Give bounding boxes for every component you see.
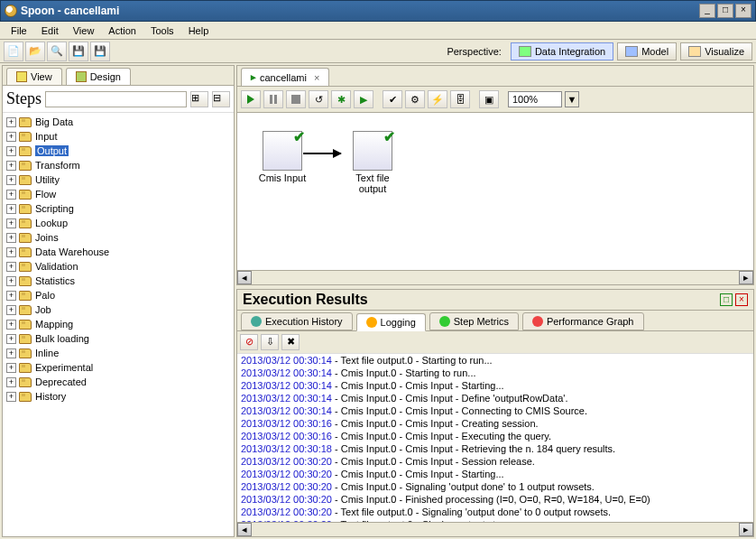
node-cmis[interactable]: ✔Cmis Input xyxy=(255,131,309,183)
tree-label: Data Warehouse xyxy=(35,246,109,257)
tree-item-big-data[interactable]: +Big Data xyxy=(5,115,232,129)
tree-item-flow[interactable]: +Flow xyxy=(5,187,232,201)
tab-close-icon[interactable]: × xyxy=(314,72,319,83)
results-min-button[interactable]: □ xyxy=(720,293,733,306)
tab-design[interactable]: Design xyxy=(66,68,131,85)
results-close-button[interactable]: × xyxy=(735,293,748,306)
debug-button[interactable]: ✱ xyxy=(331,90,351,108)
menu-file[interactable]: File xyxy=(4,23,34,38)
menu-view[interactable]: View xyxy=(66,23,102,38)
menu-help[interactable]: Help xyxy=(181,23,217,38)
log-output[interactable]: 2013/03/12 00:30:14 - Text file output.0… xyxy=(237,354,753,522)
scroll-right-icon[interactable]: ▸ xyxy=(739,271,753,284)
app-icon xyxy=(5,5,17,17)
tree-item-deprecated[interactable]: +Deprecated xyxy=(5,375,232,389)
maximize-button[interactable]: □ xyxy=(717,4,733,18)
results-tab-execution-history[interactable]: Execution History xyxy=(241,312,353,330)
expand-icon[interactable]: + xyxy=(6,218,16,228)
tree-item-statistics[interactable]: +Statistics xyxy=(5,274,232,288)
zoom-select[interactable]: 100% xyxy=(508,91,562,107)
tree-item-experimental[interactable]: +Experimental xyxy=(5,360,232,375)
log-settings-button[interactable]: ⇩ xyxy=(261,334,279,350)
canvas-hscroll[interactable]: ◂ ▸ xyxy=(237,270,753,284)
results-tab-step-metrics[interactable]: Step Metrics xyxy=(429,312,519,330)
menu-edit[interactable]: Edit xyxy=(34,23,66,38)
menu-action[interactable]: Action xyxy=(101,23,143,38)
canvas-tab[interactable]: ▸ cancellami × xyxy=(241,68,329,86)
tree-item-lookup[interactable]: +Lookup xyxy=(5,216,232,230)
expand-icon[interactable]: + xyxy=(6,377,16,387)
save-as-button[interactable]: 💾 xyxy=(90,42,110,61)
sql-button[interactable]: ⚡ xyxy=(428,90,447,108)
results-tab-performance-graph[interactable]: Performance Graph xyxy=(522,312,644,330)
tree-item-input[interactable]: +Input xyxy=(5,129,232,144)
steps-expand-button[interactable]: ⊞ xyxy=(190,91,208,107)
scroll-left-icon[interactable]: ◂ xyxy=(237,523,252,536)
impact-button[interactable]: ⚙ xyxy=(405,90,425,108)
expand-icon[interactable]: + xyxy=(6,305,16,315)
log-tools-button[interactable]: ✖ xyxy=(281,334,300,350)
minimize-button[interactable]: _ xyxy=(699,4,715,18)
tab-view[interactable]: View xyxy=(6,68,62,85)
preview-button[interactable]: ↺ xyxy=(309,90,328,108)
tree-item-output[interactable]: +Output xyxy=(5,144,232,158)
expand-icon[interactable]: + xyxy=(6,161,16,171)
tree-item-mapping[interactable]: +Mapping xyxy=(5,317,232,331)
expand-icon[interactable]: + xyxy=(6,204,16,214)
expand-icon[interactable]: + xyxy=(6,276,16,286)
expand-icon[interactable]: + xyxy=(6,262,16,272)
tree-item-joins[interactable]: +Joins xyxy=(5,230,232,245)
tree-item-inline[interactable]: +Inline xyxy=(5,346,232,360)
tree-item-validation[interactable]: +Validation xyxy=(5,259,232,274)
scroll-right-icon[interactable]: ▸ xyxy=(739,523,753,536)
pause-button[interactable] xyxy=(263,90,283,108)
steps-collapse-button[interactable]: ⊟ xyxy=(212,91,230,107)
execution-results: Execution Results □ × Execution HistoryL… xyxy=(236,289,754,537)
expand-icon[interactable]: + xyxy=(6,190,16,200)
expand-icon[interactable]: + xyxy=(6,392,16,402)
steps-filter-input[interactable] xyxy=(45,91,187,107)
save-button[interactable]: 💾 xyxy=(69,42,88,61)
show-results-button[interactable]: ▣ xyxy=(479,90,499,108)
tree-item-data-warehouse[interactable]: +Data Warehouse xyxy=(5,245,232,259)
tree-item-job[interactable]: +Job xyxy=(5,302,232,317)
open-button[interactable]: 📂 xyxy=(25,42,45,61)
replay-button[interactable]: ▶ xyxy=(354,90,373,108)
tree-item-scripting[interactable]: +Scripting xyxy=(5,201,232,216)
expand-icon[interactable]: + xyxy=(6,233,16,243)
scroll-left-icon[interactable]: ◂ xyxy=(237,271,252,284)
design-canvas[interactable]: ✔Cmis Input✔Text file output xyxy=(237,113,753,270)
perspective-data-integration[interactable]: Data Integration xyxy=(511,42,613,60)
expand-icon[interactable]: + xyxy=(6,320,16,330)
expand-icon[interactable]: + xyxy=(6,348,16,358)
node-txt[interactable]: ✔Text file output xyxy=(346,131,400,194)
menu-tools[interactable]: Tools xyxy=(143,23,181,38)
tree-item-palo[interactable]: +Palo xyxy=(5,288,232,302)
perspective-model[interactable]: Model xyxy=(617,42,677,60)
zoom-dropdown-icon[interactable]: ▼ xyxy=(565,91,579,107)
tree-item-bulk-loading[interactable]: +Bulk loading xyxy=(5,331,232,346)
expand-icon[interactable]: + xyxy=(6,146,16,156)
results-tab-logging[interactable]: Logging xyxy=(356,313,426,331)
log-clear-button[interactable]: ⊘ xyxy=(240,334,258,350)
stop-button[interactable] xyxy=(286,90,306,108)
expand-icon[interactable]: + xyxy=(6,291,16,301)
close-button[interactable]: × xyxy=(735,4,751,18)
log-hscroll[interactable]: ◂ ▸ xyxy=(237,522,753,536)
perspective-visualize[interactable]: Visualize xyxy=(680,42,752,60)
expand-icon[interactable]: + xyxy=(6,117,16,127)
expand-icon[interactable]: + xyxy=(6,247,16,257)
tree-item-transform[interactable]: +Transform xyxy=(5,158,232,172)
explore-db-button[interactable]: 🗄 xyxy=(450,90,470,108)
tree-item-utility[interactable]: +Utility xyxy=(5,172,232,187)
tree-item-history[interactable]: +History xyxy=(5,389,232,404)
run-button[interactable] xyxy=(241,90,261,108)
expand-icon[interactable]: + xyxy=(6,132,16,142)
expand-icon[interactable]: + xyxy=(6,334,16,344)
explore-button[interactable]: 🔍 xyxy=(47,42,67,61)
steps-tree[interactable]: +Big Data+Input+Output+Transform+Utility… xyxy=(3,113,234,536)
expand-icon[interactable]: + xyxy=(6,363,16,373)
check-button[interactable]: ✔ xyxy=(383,90,402,108)
new-button[interactable]: 📄 xyxy=(4,42,23,61)
expand-icon[interactable]: + xyxy=(6,175,16,185)
